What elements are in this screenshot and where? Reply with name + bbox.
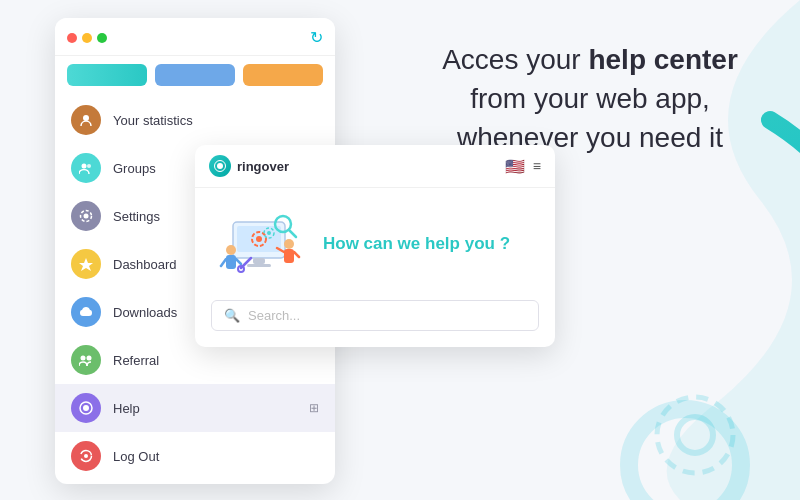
svg-point-5: [84, 214, 89, 219]
svg-point-2: [83, 115, 89, 121]
settings-icon: [71, 201, 101, 231]
help-window: ringover 🇺🇸 ≡: [195, 145, 555, 347]
help-content: How can we help you ? 🔍 Search...: [195, 188, 555, 347]
sidebar-item-help[interactable]: Help ⊞: [55, 384, 335, 432]
help-title-highlight: help you ?: [425, 234, 510, 253]
svg-rect-19: [247, 264, 271, 267]
gear-icon: [645, 385, 745, 485]
statistics-icon: [71, 105, 101, 135]
svg-line-31: [294, 252, 299, 257]
tab-bar: [55, 56, 335, 92]
hamburger-icon[interactable]: ≡: [533, 158, 541, 174]
svg-point-24: [226, 245, 236, 255]
svg-point-28: [284, 239, 294, 249]
groups-icon: [71, 153, 101, 183]
svg-point-23: [267, 231, 271, 235]
search-placeholder-text: Search...: [248, 308, 300, 323]
help-titlebar: ringover 🇺🇸 ≡: [195, 145, 555, 188]
headline-part2: from your web app,: [470, 83, 710, 114]
svg-line-27: [236, 259, 241, 264]
sidebar-item-logout[interactable]: Log Out: [55, 432, 335, 480]
svg-point-13: [84, 454, 88, 458]
referral-icon: [71, 345, 101, 375]
svg-point-1: [657, 397, 733, 473]
svg-point-8: [81, 356, 86, 361]
logo-icon: [209, 155, 231, 177]
settings-label: Settings: [113, 209, 160, 224]
svg-point-0: [677, 417, 713, 453]
refresh-icon[interactable]: ↻: [310, 28, 323, 47]
help-illustration: [211, 204, 311, 284]
dashboard-label: Dashboard: [113, 257, 177, 272]
svg-rect-29: [284, 249, 294, 263]
statistics-label: Your statistics: [113, 113, 193, 128]
svg-point-14: [217, 163, 223, 169]
svg-point-3: [82, 164, 87, 169]
svg-point-21: [256, 236, 262, 242]
groups-label: Groups: [113, 161, 156, 176]
tab-teal[interactable]: [67, 64, 147, 86]
logout-icon: [71, 441, 101, 471]
sidebar-item-statistics[interactable]: Your statistics: [55, 96, 335, 144]
svg-rect-18: [253, 258, 265, 264]
referral-label: Referral: [113, 353, 159, 368]
help-title: How can we help you ?: [323, 234, 510, 254]
window-controls: [67, 33, 107, 43]
minimize-button[interactable]: [82, 33, 92, 43]
svg-point-11: [83, 405, 89, 411]
tab-orange[interactable]: [243, 64, 323, 86]
help-label: Help: [113, 401, 140, 416]
maximize-button[interactable]: [97, 33, 107, 43]
close-button[interactable]: [67, 33, 77, 43]
svg-marker-7: [79, 258, 93, 271]
dashboard-icon: [71, 249, 101, 279]
headline-bold: help center: [588, 44, 737, 75]
downloads-label: Downloads: [113, 305, 177, 320]
svg-line-33: [289, 230, 296, 237]
tab-blue[interactable]: [155, 64, 235, 86]
help-title-part1: How can we: [323, 234, 425, 253]
window-titlebar: ↻: [55, 18, 335, 56]
svg-point-4: [87, 164, 91, 168]
promo-text: Acces your help center from your web app…: [420, 40, 760, 158]
help-hero: How can we help you ?: [211, 204, 539, 284]
external-link-icon: ⊞: [309, 401, 319, 415]
downloads-icon: [71, 297, 101, 327]
headline: Acces your help center from your web app…: [420, 40, 760, 158]
ringover-logo: ringover: [209, 155, 289, 177]
titlebar-right: 🇺🇸 ≡: [505, 157, 541, 176]
logo-text: ringover: [237, 159, 289, 174]
search-bar[interactable]: 🔍 Search...: [211, 300, 539, 331]
logout-label: Log Out: [113, 449, 159, 464]
flag-icon[interactable]: 🇺🇸: [505, 157, 525, 176]
search-icon: 🔍: [224, 308, 240, 323]
headline-part1: Acces your: [442, 44, 588, 75]
help-icon: [71, 393, 101, 423]
svg-point-9: [87, 356, 92, 361]
svg-rect-25: [226, 255, 236, 269]
svg-line-26: [221, 259, 226, 266]
